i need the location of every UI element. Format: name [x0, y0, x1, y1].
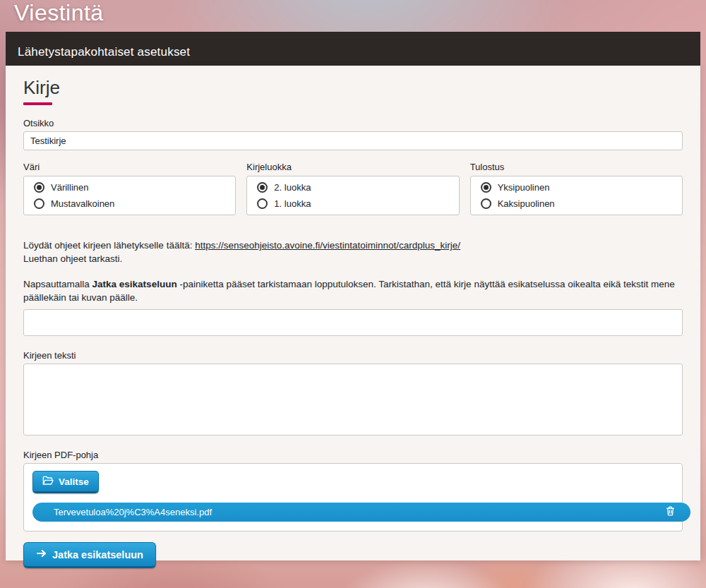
- radio-groups-row: Väri Värillinen Mustavalkoinen Kirjeluok…: [23, 162, 683, 215]
- radio-option-label: 2. luokka: [274, 182, 311, 193]
- pdf-pohja-label: Kirjeen PDF-pohja: [23, 450, 683, 460]
- otsikko-input[interactable]: [23, 131, 683, 150]
- radio-button-icon[interactable]: [481, 198, 491, 209]
- radio-group-kirjeluokka-box: 2. luokka 1. luokka: [246, 176, 459, 215]
- radio-option-label: Yksipuolinen: [498, 182, 550, 193]
- empty-content-box[interactable]: [23, 309, 683, 336]
- radio-option-2-luokka[interactable]: 2. luokka: [257, 182, 448, 193]
- section-bar-title: Lähetystapakohtaiset asetukset: [18, 45, 190, 59]
- radio-option-yksipuolinen[interactable]: Yksipuolinen: [481, 182, 672, 193]
- radio-button-icon[interactable]: [481, 182, 491, 193]
- radio-button-icon[interactable]: [257, 198, 268, 209]
- main-panel: Kirje Otsikko Väri Värillinen Mustavalko…: [6, 66, 700, 560]
- instructions-paragraph: Löydät ohjeet kirjeen lähetykselle täält…: [23, 239, 683, 265]
- radio-option-label: Kaksipuolinen: [498, 198, 555, 209]
- continue-to-preview-button[interactable]: Jatka esikatseluun: [23, 542, 156, 568]
- section-bar: Lähetystapakohtaiset asetukset: [6, 32, 700, 66]
- instructions-text: Löydät ohjeet kirjeen lähetykselle täält…: [23, 240, 195, 251]
- radio-option-mustavalkoinen[interactable]: Mustavalkoinen: [34, 198, 225, 209]
- radio-button-icon[interactable]: [34, 182, 44, 193]
- radio-option-label: Mustavalkoinen: [51, 198, 114, 209]
- choose-file-button[interactable]: Valitse: [32, 471, 99, 493]
- uploaded-file-name: Tervevetuloa%20j%C3%A4seneksi.pdf: [54, 507, 664, 517]
- radio-option-label: Värillinen: [51, 182, 88, 193]
- delete-file-button[interactable]: [664, 505, 676, 520]
- instructions-link[interactable]: https://senseohjeisto.avoine.fi/viestint…: [195, 240, 460, 251]
- uploaded-file-pill[interactable]: Tervevetuloa%20j%C3%A4seneksi.pdf: [32, 503, 690, 522]
- otsikko-label: Otsikko: [23, 118, 683, 128]
- radio-group-kirjeluokka: Kirjeluokka 2. luokka 1. luokka: [246, 162, 459, 215]
- heading-accent-underline: [23, 102, 52, 105]
- kirjeen-teksti-textarea[interactable]: [23, 364, 683, 436]
- continue-to-preview-label: Jatka esikatseluun: [52, 549, 143, 560]
- radio-group-tulostus-box: Yksipuolinen Kaksipuolinen: [470, 176, 683, 215]
- trash-icon: [666, 506, 675, 518]
- preview-note-paragraph: Napsauttamalla Jatka esikatseluun -paini…: [23, 277, 683, 304]
- radio-group-tulostus: Tulostus Yksipuolinen Kaksipuolinen: [470, 162, 683, 215]
- radio-group-kirjeluokka-label: Kirjeluokka: [246, 162, 459, 172]
- pdf-upload-box: Valitse Tervevetuloa%20j%C3%A4seneksi.pd…: [23, 463, 683, 532]
- radio-group-vari: Väri Värillinen Mustavalkoinen: [23, 162, 236, 215]
- radio-option-1-luokka[interactable]: 1. luokka: [257, 198, 448, 209]
- kirjeen-teksti-label: Kirjeen teksti: [23, 350, 683, 361]
- open-folder-icon: [42, 476, 54, 488]
- note-prefix: Napsauttamalla: [23, 279, 92, 289]
- radio-option-kaksipuolinen[interactable]: Kaksipuolinen: [481, 198, 672, 209]
- choose-file-button-label: Valitse: [59, 476, 89, 487]
- radio-button-icon[interactable]: [34, 198, 44, 209]
- radio-option-varillinen[interactable]: Värillinen: [34, 182, 225, 193]
- note-bold-button-name: Jatka esikatseluun: [92, 279, 177, 289]
- radio-button-icon[interactable]: [257, 182, 268, 193]
- radio-option-label: 1. luokka: [274, 198, 311, 209]
- arrow-right-icon: [36, 548, 47, 560]
- app-title: Viestintä: [14, 0, 104, 26]
- radio-group-tulostus-label: Tulostus: [470, 162, 683, 172]
- radio-group-vari-label: Väri: [23, 162, 236, 172]
- page-heading: Kirje: [23, 78, 683, 97]
- instructions-text-line2: Luethan ohjeet tarkasti.: [23, 253, 122, 264]
- radio-group-vari-box: Värillinen Mustavalkoinen: [23, 176, 236, 215]
